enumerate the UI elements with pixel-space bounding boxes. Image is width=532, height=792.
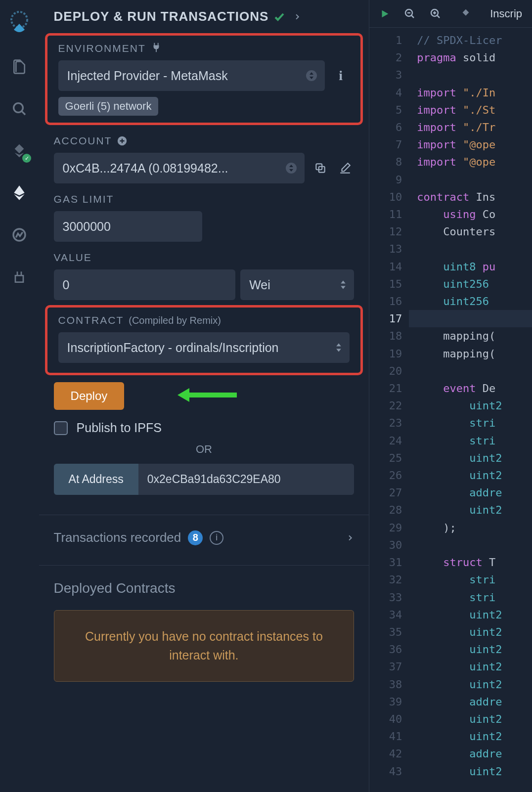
plug-icon: [151, 42, 162, 53]
transactions-recorded-row[interactable]: Transactions recorded 8 i: [39, 525, 369, 550]
arrow-hint-icon: [177, 385, 237, 405]
svg-rect-4: [15, 275, 23, 282]
select-arrows-icon: [306, 70, 317, 81]
chevron-right-icon[interactable]: [293, 11, 301, 23]
value-unit-select[interactable]: Wei: [240, 269, 354, 300]
deploy-run-panel: DEPLOY & RUN TRANSACTIONS ENVIRONMENT In…: [39, 0, 369, 792]
transactions-label: Transactions recorded: [54, 530, 181, 545]
code-content[interactable]: // SPDX-Licerpragma solid import "./Inim…: [409, 28, 532, 792]
debugger-icon[interactable]: [9, 225, 29, 245]
deployed-empty-notice: Currently you have no contract instances…: [54, 610, 355, 682]
svg-line-2: [22, 111, 25, 115]
gas-limit-label: GAS LIMIT: [54, 193, 114, 205]
chevron-right-icon[interactable]: [346, 532, 354, 544]
deployed-contracts-title: Deployed Contracts: [39, 575, 369, 605]
deploy-run-icon[interactable]: [9, 183, 29, 203]
solidity-file-icon: [460, 8, 471, 19]
environment-label: ENVIRONMENT: [58, 43, 146, 54]
panel-header: DEPLOY & RUN TRANSACTIONS: [39, 0, 369, 33]
svg-point-1: [14, 103, 23, 113]
select-arrows-icon: [286, 163, 297, 174]
file-explorer-icon[interactable]: [9, 57, 29, 77]
divider: [39, 515, 369, 515]
add-account-icon[interactable]: [117, 135, 128, 146]
transactions-count: 8: [188, 530, 203, 545]
at-address-button[interactable]: At Address: [54, 464, 138, 495]
svg-line-14: [411, 15, 414, 18]
search-icon[interactable]: [9, 99, 29, 119]
editor-toolbar: Inscrip: [369, 0, 532, 28]
environment-info-icon[interactable]: i: [332, 67, 350, 85]
contract-hint: (Compiled by Remix): [129, 315, 221, 326]
svg-marker-12: [382, 10, 389, 17]
environment-highlight: ENVIRONMENT Injected Provider - MetaMask…: [45, 33, 363, 125]
copy-account-icon[interactable]: [311, 159, 329, 177]
select-arrows-icon: [336, 343, 342, 352]
check-icon: [273, 11, 285, 23]
code-editor: Inscrip 12345678910111213141516171819202…: [369, 0, 532, 792]
account-select[interactable]: 0xC4B...2474A (0.08199482...: [54, 153, 305, 183]
deploy-button[interactable]: Deploy: [54, 382, 125, 410]
zoom-out-icon[interactable]: [404, 8, 416, 20]
publish-ipfs-checkbox[interactable]: [54, 421, 68, 435]
account-label: ACCOUNT: [54, 135, 112, 147]
publish-ipfs-label: Publish to IPFS: [77, 421, 162, 435]
divider: [39, 565, 369, 566]
plugin-manager-icon[interactable]: [9, 267, 29, 287]
compiler-ok-badge: ✓: [22, 154, 31, 163]
gas-limit-input[interactable]: [54, 211, 202, 242]
panel-title: DEPLOY & RUN TRANSACTIONS: [54, 9, 269, 24]
solidity-compiler-icon[interactable]: ✓: [9, 141, 29, 161]
edit-account-icon[interactable]: [336, 159, 354, 177]
remix-logo[interactable]: [7, 10, 32, 35]
play-icon[interactable]: [379, 8, 390, 19]
network-chip: Goerli (5) network: [58, 97, 159, 116]
contract-highlight: CONTRACT (Compiled by Remix) Inscription…: [45, 305, 363, 375]
select-arrows-icon: [340, 280, 346, 289]
value-label: VALUE: [54, 252, 92, 264]
at-address-input[interactable]: [138, 464, 354, 495]
value-input[interactable]: [54, 269, 236, 300]
icon-sidebar: ✓: [0, 0, 39, 792]
line-gutter: 1234567891011121314151617181920212223242…: [369, 28, 409, 792]
svg-line-17: [437, 15, 440, 18]
contract-select[interactable]: InscriptionFactory - ordinals/Inscriptio…: [58, 332, 350, 363]
editor-filename[interactable]: Inscrip: [490, 7, 522, 20]
contract-label: CONTRACT: [58, 314, 124, 326]
svg-marker-11: [177, 388, 189, 402]
info-icon[interactable]: i: [210, 531, 223, 545]
or-label: OR: [54, 443, 355, 456]
zoom-in-icon[interactable]: [430, 8, 442, 20]
environment-select[interactable]: Injected Provider - MetaMask: [58, 60, 325, 91]
